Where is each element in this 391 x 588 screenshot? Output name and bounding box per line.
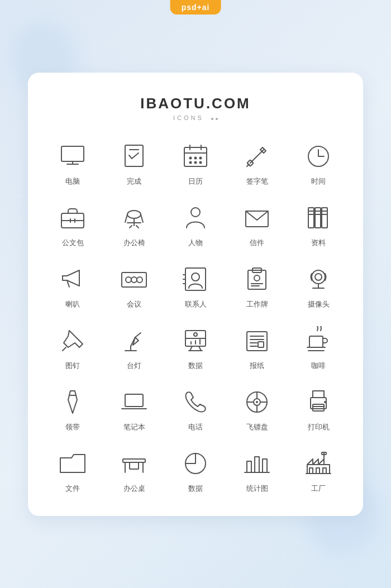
person-icon	[180, 202, 211, 233]
svg-point-9	[190, 157, 192, 159]
svg-rect-104	[247, 461, 251, 472]
printer-icon	[303, 386, 334, 418]
desk-lamp-icon	[118, 325, 150, 356]
svg-point-11	[200, 157, 202, 159]
desk-icon	[118, 448, 150, 479]
icon-label: 完成	[127, 176, 141, 187]
svg-point-58	[312, 270, 325, 284]
icon-label: 领带	[65, 422, 80, 432]
list-item: 报纸	[229, 325, 285, 371]
svg-point-49	[192, 273, 199, 281]
icon-label: 笔记本	[123, 422, 145, 432]
workbadge-icon	[241, 264, 273, 295]
svg-point-12	[190, 161, 192, 163]
list-item: 工作牌	[229, 264, 285, 309]
computer-icon	[57, 141, 88, 172]
list-item: 喇叭	[45, 264, 101, 309]
svg-point-99	[324, 401, 326, 403]
svg-point-14	[200, 161, 202, 163]
svg-point-47	[137, 277, 142, 283]
svg-line-68	[190, 346, 192, 351]
svg-point-10	[195, 157, 197, 159]
list-item: 时间	[290, 141, 346, 187]
list-item: 电脑	[45, 141, 101, 187]
pushpin-icon	[57, 325, 88, 356]
list-item: 电话	[168, 386, 223, 432]
icon-label: 数据	[188, 484, 203, 494]
pen-icon	[241, 141, 273, 172]
svg-point-32	[191, 208, 200, 217]
badge-top: psd+ai	[170, 0, 221, 15]
svg-rect-96	[313, 391, 324, 398]
phone-icon	[180, 386, 211, 418]
icon-label: 公文包	[62, 238, 84, 248]
svg-line-29	[136, 226, 139, 228]
newspaper-icon	[241, 325, 273, 356]
svg-line-69	[199, 346, 201, 351]
svg-rect-111	[316, 468, 320, 474]
svg-point-93	[256, 401, 258, 403]
svg-rect-3	[125, 145, 143, 166]
list-item: 公文包	[45, 202, 101, 248]
list-item: 签字笔	[229, 141, 285, 187]
icon-label: 文件	[65, 484, 80, 494]
icon-label: 摄像头	[308, 299, 330, 309]
icon-label: 数据	[188, 361, 203, 371]
meeting-icon	[118, 264, 150, 295]
icon-label: 图钉	[65, 361, 80, 371]
svg-rect-112	[323, 468, 326, 474]
card-subtitle: ICONS	[45, 114, 346, 121]
megaphone-icon	[57, 264, 88, 295]
site-title: IBAOTU.COM	[45, 95, 346, 112]
mail-icon	[241, 202, 273, 233]
tie-icon	[57, 386, 88, 418]
icon-label: 咖啡	[311, 361, 326, 371]
card-header: IBAOTU.COM ICONS	[45, 95, 346, 121]
icon-label: 报纸	[250, 361, 264, 371]
list-item: 图钉	[45, 325, 101, 371]
svg-rect-95	[313, 404, 324, 411]
icon-label: 打印机	[308, 422, 330, 432]
icon-label: 电脑	[65, 176, 80, 187]
svg-point-13	[195, 161, 197, 163]
icon-label: 联系人	[185, 299, 207, 309]
svg-point-67	[194, 333, 197, 336]
icon-label: 信件	[250, 238, 264, 248]
icon-label: 日历	[188, 176, 203, 187]
list-item: 文件	[45, 448, 101, 494]
list-item: 数据	[168, 448, 223, 494]
svg-rect-0	[61, 146, 84, 161]
list-item: 咖啡	[290, 325, 346, 371]
svg-point-25	[127, 211, 141, 218]
icon-label: 工厂	[311, 484, 326, 494]
list-item: 领带	[45, 386, 101, 432]
icon-label: 签字笔	[246, 176, 268, 187]
folder-icon	[57, 448, 88, 479]
clock-icon	[303, 141, 334, 172]
svg-rect-106	[263, 459, 267, 472]
list-item: 数据	[168, 325, 223, 371]
list-item: 人物	[168, 202, 223, 248]
list-item: 摄像头	[290, 264, 346, 309]
icon-label: 工作牌	[246, 299, 268, 309]
list-item: 打印机	[290, 386, 346, 432]
svg-rect-103	[130, 462, 139, 469]
svg-rect-84	[125, 394, 143, 407]
svg-point-45	[126, 277, 131, 283]
list-item: 办公桌	[106, 448, 162, 494]
svg-rect-105	[255, 457, 259, 472]
icon-label: 统计图	[246, 484, 268, 494]
office-chair-icon	[118, 202, 150, 233]
list-item: 会议	[106, 264, 162, 309]
svg-rect-79	[258, 342, 264, 347]
list-item: 工厂	[290, 448, 346, 494]
factory-icon	[303, 448, 334, 479]
svg-line-30	[125, 214, 127, 222]
list-item: 办公椅	[106, 202, 162, 248]
svg-line-17	[247, 164, 249, 166]
coffee-icon	[303, 325, 334, 356]
svg-point-59	[315, 274, 322, 280]
icon-label: 台灯	[127, 361, 141, 371]
icon-label: 会议	[127, 299, 141, 309]
done-icon	[118, 141, 150, 172]
